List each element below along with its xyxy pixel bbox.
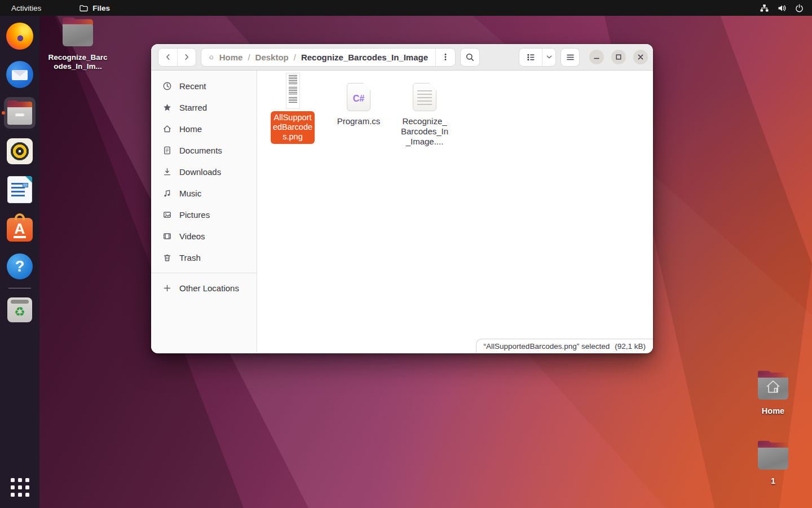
dock-item-help[interactable]: ?: [0, 253, 39, 280]
dock-running-indicator: [2, 111, 5, 115]
sidebar-item-label: Music: [179, 189, 201, 198]
close-button[interactable]: [633, 50, 648, 64]
house-icon: [765, 379, 782, 396]
desktop-icon-label: 1: [771, 476, 775, 485]
list-view-button[interactable]: [519, 49, 542, 66]
dock-item-trash[interactable]: ♻: [0, 296, 39, 323]
trash-icon: [162, 253, 172, 262]
desktop: Activities Files: [0, 0, 812, 508]
thunderbird-icon: [6, 61, 33, 88]
sidebar-item-trash[interactable]: Trash: [156, 247, 252, 268]
picture-icon: [162, 210, 172, 220]
sidebar-item-label: Trash: [179, 253, 201, 262]
search-icon: [465, 52, 475, 62]
document-icon: [162, 146, 172, 155]
desktop-icon-folder-1[interactable]: 1: [757, 446, 789, 485]
download-icon: [162, 167, 172, 177]
files-pane[interactable]: AllSupportedBarcodes.png C# Program.cs R…: [257, 71, 653, 353]
text-file-icon: [413, 83, 436, 111]
power-icon[interactable]: [795, 3, 804, 13]
maximize-button[interactable]: [611, 50, 626, 64]
window-body: Recent Starred Home Documents Downloads: [151, 71, 653, 353]
view-options-button[interactable]: [542, 49, 555, 66]
help-icon: ?: [7, 253, 33, 279]
sidebar-item-home[interactable]: Home: [156, 119, 252, 139]
libreoffice-writer-icon: [7, 176, 32, 203]
app-menu[interactable]: Files: [79, 3, 110, 12]
sidebar-item-label: Home: [179, 124, 202, 134]
sidebar-item-other-locations[interactable]: Other Locations: [156, 278, 252, 299]
kebab-menu-icon: [441, 52, 450, 62]
sidebar-item-downloads[interactable]: Downloads: [156, 161, 252, 182]
files-window: Home / Desktop / Recognize_Barcodes_In_I…: [151, 44, 653, 353]
status-bar: “AllSupportedBarcodes.png” selected (92,…: [476, 339, 653, 353]
path-bar: Home / Desktop / Recognize_Barcodes_In_I…: [201, 48, 456, 67]
status-selection-text: “AllSupportedBarcodes.png” selected: [484, 342, 610, 351]
desktop-icon-recognize-barcodes[interactable]: Recognize_Barcodes_In_Im...: [46, 23, 109, 71]
image-thumbnail: [286, 73, 299, 108]
ubuntu-software-icon: A: [7, 218, 33, 242]
file-allsupportedbarcodes-png[interactable]: AllSupportedBarcodes.png: [271, 72, 315, 144]
minimize-icon: [593, 54, 600, 60]
nav-buttons: [158, 48, 196, 67]
sidebar-item-label: Other Locations: [179, 283, 239, 293]
desktop-icon-home[interactable]: Home: [757, 376, 789, 415]
hamburger-menu-button[interactable]: [561, 48, 580, 67]
breadcrumb-desktop[interactable]: Desktop: [255, 52, 289, 62]
breadcrumb[interactable]: Home / Desktop / Recognize_Barcodes_In_I…: [201, 52, 435, 62]
dock: A ? ♻: [0, 16, 39, 508]
sidebar-item-label: Pictures: [179, 210, 210, 220]
minimize-button[interactable]: [589, 50, 604, 64]
sidebar-separator: [151, 273, 257, 273]
volume-icon[interactable]: [777, 3, 787, 13]
sidebar-item-music[interactable]: Music: [156, 183, 252, 204]
top-bar: Activities Files: [0, 0, 812, 16]
desktop-icon-label: Home: [762, 406, 784, 415]
dock-item-thunderbird[interactable]: [0, 61, 39, 88]
sidebar-item-label: Documents: [179, 146, 222, 155]
folder-icon: [79, 3, 88, 12]
files-icon: [7, 106, 32, 125]
sidebar-item-label: Starred: [179, 103, 207, 112]
network-icon[interactable]: [760, 3, 769, 13]
view-toggle: [519, 48, 556, 67]
sidebar-item-label: Downloads: [179, 167, 221, 177]
dock-item-ubuntu-software[interactable]: A: [0, 214, 39, 242]
sidebar-item-pictures[interactable]: Pictures: [156, 204, 252, 225]
sidebar: Recent Starred Home Documents Downloads: [151, 71, 257, 353]
recent-icon: [162, 81, 172, 91]
back-button[interactable]: [158, 49, 177, 66]
sidebar-item-label: Recent: [179, 81, 206, 91]
status-size-text: (92,1 kB): [615, 342, 646, 351]
show-apps-icon[interactable]: [11, 478, 29, 497]
path-options-button[interactable]: [435, 49, 455, 66]
sidebar-item-videos[interactable]: Videos: [156, 226, 252, 247]
dock-item-rhythmbox[interactable]: [0, 138, 39, 165]
desktop-icon-label: Recognize_Barcodes_In_Im...: [46, 53, 109, 71]
close-icon: [637, 54, 644, 60]
file-recognize-barcodes-in-image[interactable]: Recognize_Barcodes_In_Image....: [403, 72, 447, 147]
breadcrumb-current[interactable]: Recognize_Barcodes_In_Image: [301, 52, 428, 62]
activities-button[interactable]: Activities: [11, 4, 41, 12]
dock-item-firefox[interactable]: [0, 23, 39, 50]
sidebar-item-documents[interactable]: Documents: [156, 140, 252, 161]
sidebar-item-starred[interactable]: Starred: [156, 97, 252, 118]
dock-item-libreoffice-writer[interactable]: [0, 176, 39, 203]
dock-item-files[interactable]: [0, 99, 39, 126]
home-folder-icon: [758, 376, 788, 400]
headerbar: Home / Desktop / Recognize_Barcodes_In_I…: [151, 44, 653, 71]
list-view-icon: [526, 52, 536, 62]
breadcrumb-separator: /: [248, 52, 250, 62]
video-icon: [162, 231, 172, 241]
breadcrumb-home[interactable]: Home: [219, 52, 243, 62]
file-program-cs[interactable]: C# Program.cs: [337, 72, 381, 126]
music-icon: [162, 189, 172, 198]
breadcrumb-separator: /: [294, 52, 296, 62]
sidebar-item-label: Videos: [179, 231, 205, 241]
app-menu-label: Files: [92, 4, 110, 12]
search-button[interactable]: [460, 48, 480, 67]
file-label: Recognize_Barcodes_In_Image....: [400, 116, 449, 147]
forward-button[interactable]: [177, 49, 196, 66]
sidebar-item-recent[interactable]: Recent: [156, 76, 252, 97]
csharp-file-icon: C#: [347, 83, 370, 111]
